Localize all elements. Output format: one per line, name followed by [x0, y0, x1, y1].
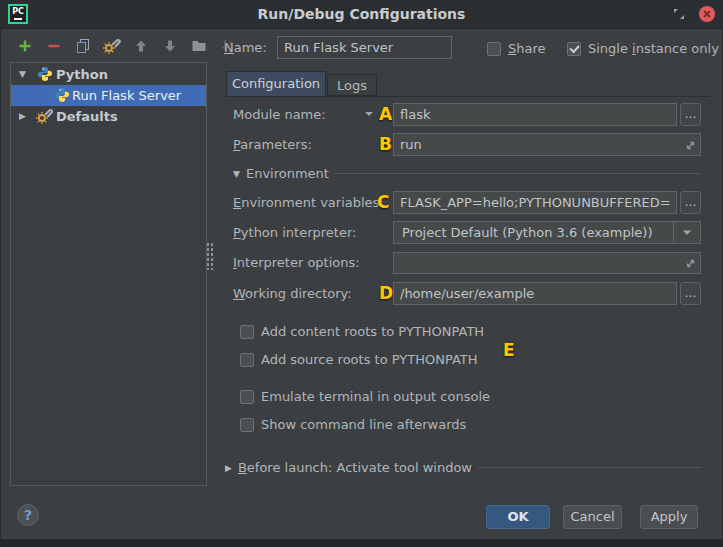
- tab-underline: [225, 96, 710, 97]
- environment-variables-input[interactable]: [393, 191, 677, 214]
- annotation-b: B: [379, 133, 392, 156]
- single-instance-label: Single instance only: [588, 41, 719, 56]
- expand-field-icon[interactable]: [685, 139, 696, 154]
- share-checkbox[interactable]: Share: [487, 41, 546, 56]
- chevron-right-icon[interactable]: ▶: [19, 106, 26, 127]
- configurations-tree: ▼ Python Run Flask Server ▶ Defaults: [10, 62, 207, 486]
- single-instance-checkbox[interactable]: Single instance only: [567, 41, 719, 56]
- new-folder-icon[interactable]: [188, 35, 210, 57]
- before-launch-section[interactable]: ▶ Before launch: Activate tool window: [225, 460, 700, 475]
- titlebar: PC Run/Debug Configurations: [0, 0, 723, 29]
- annotation-a: A: [379, 103, 392, 126]
- annotation-c: C: [377, 191, 389, 214]
- name-input[interactable]: [277, 36, 452, 59]
- share-label: Share: [508, 41, 546, 56]
- checkbox-emulate-terminal[interactable]: Emulate terminal in output console: [240, 389, 490, 404]
- working-directory-label: Working directory:: [233, 282, 352, 305]
- cancel-button[interactable]: Cancel: [563, 505, 622, 529]
- share-checkbox-box[interactable]: [487, 42, 501, 56]
- combo-arrow-icon[interactable]: [673, 222, 700, 243]
- environment-variables-label: Environment variables:: [233, 191, 384, 214]
- move-up-icon[interactable]: [130, 35, 152, 57]
- checkbox-show-command-line[interactable]: Show command line afterwards: [240, 417, 466, 432]
- working-directory-input[interactable]: [393, 282, 677, 305]
- parameters-label: Parameters:: [233, 133, 312, 156]
- environment-section-header[interactable]: ▼ Environment: [233, 166, 700, 181]
- parameters-input[interactable]: [393, 133, 701, 156]
- interpreter-options-label: Interpreter options:: [233, 252, 360, 274]
- python-interpreter-select[interactable]: Project Default (Python 3.6 (example)): [393, 221, 701, 244]
- annotation-d: D: [379, 282, 393, 305]
- working-directory-browse-button[interactable]: …: [680, 282, 701, 305]
- checkbox-box[interactable]: [240, 390, 254, 404]
- run-debug-configurations-dialog: PC Run/Debug Configurations: [0, 0, 723, 547]
- panel-splitter-handle[interactable]: [206, 242, 213, 270]
- settings-icon: [36, 108, 53, 130]
- chevron-right-icon[interactable]: ▶: [225, 463, 232, 473]
- add-icon[interactable]: [14, 35, 36, 57]
- chevron-down-icon[interactable]: ▼: [19, 64, 26, 85]
- move-down-icon[interactable]: [159, 35, 181, 57]
- tab-configuration[interactable]: Configuration: [226, 71, 326, 96]
- checkbox-box[interactable]: [240, 353, 254, 367]
- tree-item-python[interactable]: ▼ Python: [11, 64, 206, 85]
- expand-field-icon[interactable]: [685, 257, 696, 272]
- checkbox-box[interactable]: [240, 418, 254, 432]
- dialog-title: Run/Debug Configurations: [0, 0, 723, 28]
- remove-icon[interactable]: [43, 35, 65, 57]
- copy-icon[interactable]: [72, 35, 94, 57]
- module-name-label: Module name:: [233, 103, 326, 126]
- single-instance-checkbox-box[interactable]: [567, 42, 581, 56]
- environment-section-label: Environment: [246, 166, 329, 181]
- ok-button[interactable]: OK: [486, 505, 550, 529]
- module-name-input[interactable]: [393, 103, 677, 126]
- section-divider: [478, 467, 700, 468]
- chevron-down-icon[interactable]: ▼: [233, 169, 240, 179]
- module-name-browse-button[interactable]: …: [680, 103, 701, 126]
- python-interpreter-label: Python interpreter:: [233, 221, 356, 244]
- parameters-field-wrap: [393, 133, 701, 156]
- module-name-dropdown-icon[interactable]: [364, 107, 374, 122]
- interpreter-options-field-wrap: [393, 252, 701, 274]
- apply-button[interactable]: Apply: [640, 505, 698, 529]
- close-icon[interactable]: [699, 6, 715, 22]
- restore-icon[interactable]: [673, 8, 685, 23]
- before-launch-label: Before launch: Activate tool window: [238, 460, 472, 475]
- section-divider: [335, 173, 700, 174]
- window-bottom-edge: [0, 539, 723, 547]
- help-icon[interactable]: ?: [17, 504, 39, 526]
- environment-variables-browse-button[interactable]: …: [680, 191, 701, 214]
- tree-item-defaults[interactable]: ▶ Defaults: [11, 106, 206, 127]
- configurations-toolbar: az: [14, 35, 239, 57]
- edit-defaults-icon[interactable]: [101, 35, 123, 57]
- checkbox-add-source-roots[interactable]: Add source roots to PYTHONPATH: [240, 352, 478, 367]
- tree-item-run-flask-server[interactable]: Run Flask Server: [11, 85, 206, 106]
- name-label: Name:: [224, 36, 267, 60]
- checkbox-box[interactable]: [240, 325, 254, 339]
- tab-logs[interactable]: Logs: [327, 74, 377, 96]
- checkbox-add-content-roots[interactable]: Add content roots to PYTHONPATH: [240, 324, 484, 339]
- interpreter-options-input[interactable]: [393, 252, 701, 274]
- annotation-e: E: [503, 339, 515, 362]
